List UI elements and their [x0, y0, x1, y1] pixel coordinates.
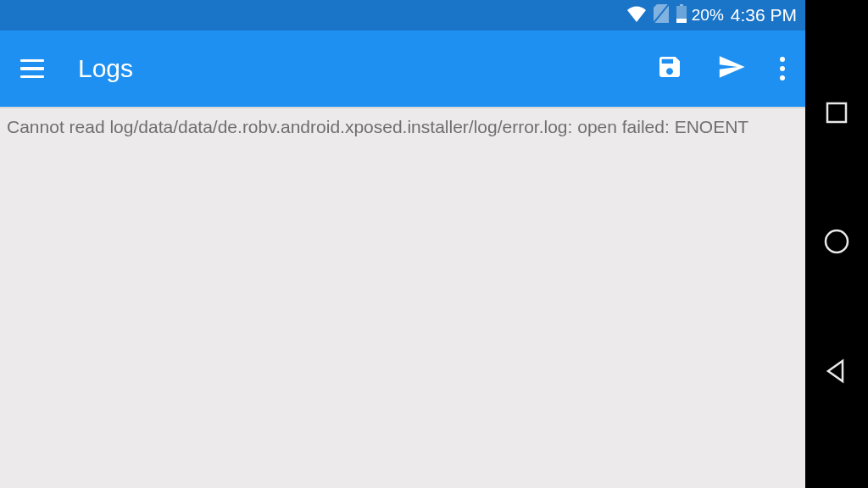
back-button[interactable]	[824, 358, 849, 387]
status-bar: 20% 4:36 PM	[0, 0, 805, 30]
wifi-icon	[626, 5, 647, 26]
svg-rect-1	[680, 4, 683, 6]
svg-point-5	[826, 230, 848, 252]
clock: 4:36 PM	[731, 5, 797, 25]
recent-apps-button[interactable]	[825, 101, 849, 128]
svg-rect-3	[676, 19, 687, 23]
battery-percent: 20%	[692, 6, 724, 25]
page-title: Logs	[78, 54, 622, 83]
home-button[interactable]	[823, 228, 850, 258]
log-content: Cannot read log/data/data/de.robv.androi…	[0, 108, 805, 488]
no-sim-icon	[654, 4, 669, 27]
log-message: Cannot read log/data/data/de.robv.androi…	[7, 117, 798, 137]
svg-rect-4	[827, 103, 846, 122]
battery-icon	[676, 4, 687, 27]
app-bar: Logs	[0, 30, 805, 108]
menu-icon[interactable]	[20, 59, 44, 79]
save-icon[interactable]	[656, 53, 683, 84]
android-nav-bar	[805, 0, 868, 488]
send-icon[interactable]	[717, 53, 746, 85]
overflow-menu-icon[interactable]	[780, 57, 785, 80]
